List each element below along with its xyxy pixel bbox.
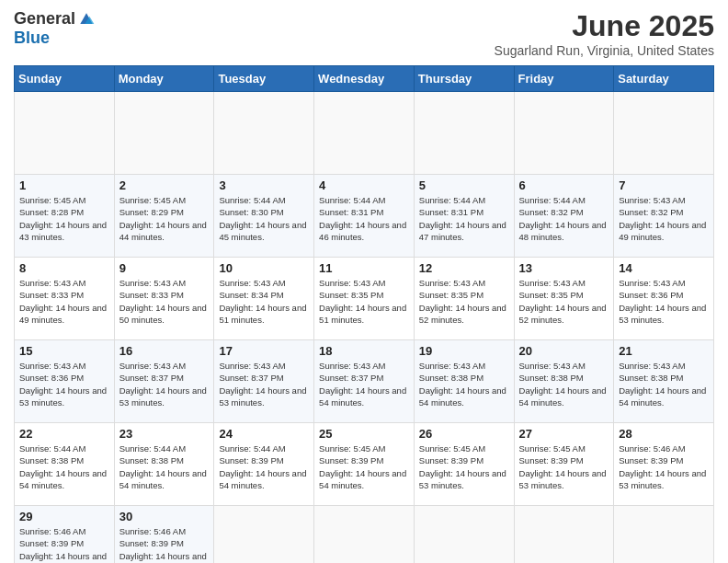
calendar-cell: 10 Sunrise: 5:43 AM Sunset: 8:34 PM Dayl… bbox=[214, 258, 314, 340]
calendar-cell bbox=[414, 506, 514, 564]
day-detail: Sunrise: 5:46 AM Sunset: 8:39 PM Dayligh… bbox=[19, 525, 109, 563]
day-number: 7 bbox=[619, 178, 709, 192]
calendar-cell: 3 Sunrise: 5:44 AM Sunset: 8:30 PM Dayli… bbox=[214, 175, 314, 258]
day-header-wednesday: Wednesday bbox=[314, 66, 415, 92]
day-number: 6 bbox=[519, 178, 609, 192]
title-area: June 2025 Sugarland Run, Virginia, Unite… bbox=[495, 9, 714, 58]
calendar-cell: 28 Sunrise: 5:46 AM Sunset: 8:39 PM Dayl… bbox=[614, 423, 714, 506]
day-detail: Sunrise: 5:43 AM Sunset: 8:34 PM Dayligh… bbox=[219, 277, 309, 326]
calendar-cell: 24 Sunrise: 5:44 AM Sunset: 8:39 PM Dayl… bbox=[214, 423, 314, 506]
calendar-cell: 22 Sunrise: 5:44 AM Sunset: 8:38 PM Dayl… bbox=[15, 423, 115, 506]
day-detail: Sunrise: 5:44 AM Sunset: 8:38 PM Dayligh… bbox=[19, 442, 109, 491]
day-detail: Sunrise: 5:44 AM Sunset: 8:30 PM Dayligh… bbox=[219, 194, 309, 243]
calendar-cell bbox=[114, 92, 214, 175]
calendar-cell bbox=[15, 92, 115, 175]
day-number: 3 bbox=[219, 178, 309, 192]
day-number: 24 bbox=[219, 427, 309, 441]
day-detail: Sunrise: 5:43 AM Sunset: 8:33 PM Dayligh… bbox=[119, 277, 210, 326]
day-number: 17 bbox=[219, 344, 309, 358]
day-number: 21 bbox=[619, 344, 709, 358]
day-detail: Sunrise: 5:43 AM Sunset: 8:37 PM Dayligh… bbox=[319, 360, 409, 408]
day-number: 16 bbox=[119, 344, 210, 358]
day-detail: Sunrise: 5:43 AM Sunset: 8:37 PM Dayligh… bbox=[119, 360, 210, 408]
calendar-cell: 18 Sunrise: 5:43 AM Sunset: 8:37 PM Dayl… bbox=[314, 340, 415, 423]
calendar-cell bbox=[414, 92, 514, 175]
day-detail: Sunrise: 5:45 AM Sunset: 8:39 PM Dayligh… bbox=[519, 442, 609, 491]
calendar-cell bbox=[514, 92, 614, 175]
day-detail: Sunrise: 5:43 AM Sunset: 8:35 PM Dayligh… bbox=[519, 277, 609, 326]
day-detail: Sunrise: 5:44 AM Sunset: 8:32 PM Dayligh… bbox=[519, 194, 609, 243]
day-detail: Sunrise: 5:45 AM Sunset: 8:39 PM Dayligh… bbox=[419, 442, 509, 491]
week-row-2: 8 Sunrise: 5:43 AM Sunset: 8:33 PM Dayli… bbox=[15, 258, 714, 340]
day-number: 25 bbox=[319, 427, 409, 441]
calendar-cell bbox=[514, 506, 614, 564]
day-number: 5 bbox=[419, 178, 509, 192]
calendar-cell: 30 Sunrise: 5:46 AM Sunset: 8:39 PM Dayl… bbox=[114, 506, 214, 564]
day-detail: Sunrise: 5:45 AM Sunset: 8:29 PM Dayligh… bbox=[119, 194, 210, 243]
day-number: 4 bbox=[319, 178, 409, 192]
day-number: 9 bbox=[119, 261, 210, 275]
calendar-table: SundayMondayTuesdayWednesdayThursdayFrid… bbox=[14, 65, 714, 563]
day-detail: Sunrise: 5:43 AM Sunset: 8:33 PM Dayligh… bbox=[19, 277, 109, 326]
calendar-cell: 19 Sunrise: 5:43 AM Sunset: 8:38 PM Dayl… bbox=[414, 340, 514, 423]
day-detail: Sunrise: 5:46 AM Sunset: 8:39 PM Dayligh… bbox=[619, 442, 709, 491]
day-detail: Sunrise: 5:44 AM Sunset: 8:39 PM Dayligh… bbox=[219, 442, 309, 491]
day-number: 26 bbox=[419, 427, 509, 441]
day-number: 19 bbox=[419, 344, 509, 358]
day-detail: Sunrise: 5:44 AM Sunset: 8:38 PM Dayligh… bbox=[119, 442, 210, 491]
day-detail: Sunrise: 5:43 AM Sunset: 8:38 PM Dayligh… bbox=[519, 360, 609, 408]
day-number: 29 bbox=[19, 510, 109, 523]
day-number: 10 bbox=[219, 261, 309, 275]
day-number: 13 bbox=[519, 261, 609, 275]
day-detail: Sunrise: 5:45 AM Sunset: 8:39 PM Dayligh… bbox=[319, 442, 409, 491]
calendar-cell: 27 Sunrise: 5:45 AM Sunset: 8:39 PM Dayl… bbox=[514, 423, 614, 506]
calendar-cell: 4 Sunrise: 5:44 AM Sunset: 8:31 PM Dayli… bbox=[314, 175, 415, 258]
calendar-cell: 11 Sunrise: 5:43 AM Sunset: 8:35 PM Dayl… bbox=[314, 258, 415, 340]
day-number: 22 bbox=[19, 427, 109, 441]
day-number: 30 bbox=[119, 510, 210, 523]
calendar-cell: 16 Sunrise: 5:43 AM Sunset: 8:37 PM Dayl… bbox=[114, 340, 214, 423]
calendar-cell: 13 Sunrise: 5:43 AM Sunset: 8:35 PM Dayl… bbox=[514, 258, 614, 340]
calendar-cell: 29 Sunrise: 5:46 AM Sunset: 8:39 PM Dayl… bbox=[15, 506, 115, 564]
calendar-cell bbox=[214, 92, 314, 175]
day-number: 27 bbox=[519, 427, 609, 441]
calendar-cell: 2 Sunrise: 5:45 AM Sunset: 8:29 PM Dayli… bbox=[114, 175, 214, 258]
day-detail: Sunrise: 5:43 AM Sunset: 8:37 PM Dayligh… bbox=[219, 360, 309, 408]
day-number: 18 bbox=[319, 344, 409, 358]
day-detail: Sunrise: 5:43 AM Sunset: 8:35 PM Dayligh… bbox=[319, 277, 409, 326]
day-number: 28 bbox=[619, 427, 709, 441]
day-number: 14 bbox=[619, 261, 709, 275]
calendar-cell: 5 Sunrise: 5:44 AM Sunset: 8:31 PM Dayli… bbox=[414, 175, 514, 258]
calendar-cell: 1 Sunrise: 5:45 AM Sunset: 8:28 PM Dayli… bbox=[15, 175, 115, 258]
week-row-5: 29 Sunrise: 5:46 AM Sunset: 8:39 PM Dayl… bbox=[15, 506, 714, 564]
day-header-monday: Monday bbox=[114, 66, 214, 92]
logo-blue-text: Blue bbox=[14, 29, 50, 48]
day-detail: Sunrise: 5:43 AM Sunset: 8:38 PM Dayligh… bbox=[419, 360, 509, 408]
calendar-cell: 8 Sunrise: 5:43 AM Sunset: 8:33 PM Dayli… bbox=[15, 258, 115, 340]
calendar-cell: 17 Sunrise: 5:43 AM Sunset: 8:37 PM Dayl… bbox=[214, 340, 314, 423]
day-number: 15 bbox=[19, 344, 109, 358]
week-row-0 bbox=[15, 92, 714, 175]
day-detail: Sunrise: 5:43 AM Sunset: 8:36 PM Dayligh… bbox=[19, 360, 109, 408]
calendar-cell bbox=[314, 92, 415, 175]
calendar-cell: 26 Sunrise: 5:45 AM Sunset: 8:39 PM Dayl… bbox=[414, 423, 514, 506]
header: General Blue June 2025 Sugarland Run, Vi… bbox=[14, 9, 714, 58]
day-number: 20 bbox=[519, 344, 609, 358]
calendar-cell: 9 Sunrise: 5:43 AM Sunset: 8:33 PM Dayli… bbox=[114, 258, 214, 340]
day-number: 12 bbox=[419, 261, 509, 275]
day-detail: Sunrise: 5:44 AM Sunset: 8:31 PM Dayligh… bbox=[319, 194, 409, 243]
calendar-cell: 20 Sunrise: 5:43 AM Sunset: 8:38 PM Dayl… bbox=[514, 340, 614, 423]
calendar-cell: 23 Sunrise: 5:44 AM Sunset: 8:38 PM Dayl… bbox=[114, 423, 214, 506]
calendar-cell bbox=[614, 506, 714, 564]
day-header-friday: Friday bbox=[514, 66, 614, 92]
day-detail: Sunrise: 5:43 AM Sunset: 8:36 PM Dayligh… bbox=[619, 277, 709, 326]
logo-general-text: General bbox=[14, 9, 75, 29]
calendar-cell: 6 Sunrise: 5:44 AM Sunset: 8:32 PM Dayli… bbox=[514, 175, 614, 258]
calendar-cell: 21 Sunrise: 5:43 AM Sunset: 8:38 PM Dayl… bbox=[614, 340, 714, 423]
calendar-cell: 12 Sunrise: 5:43 AM Sunset: 8:35 PM Dayl… bbox=[414, 258, 514, 340]
week-row-1: 1 Sunrise: 5:45 AM Sunset: 8:28 PM Dayli… bbox=[15, 175, 714, 258]
day-number: 2 bbox=[119, 178, 210, 192]
day-header-saturday: Saturday bbox=[614, 66, 714, 92]
calendar-header-row: SundayMondayTuesdayWednesdayThursdayFrid… bbox=[15, 66, 714, 92]
day-detail: Sunrise: 5:46 AM Sunset: 8:39 PM Dayligh… bbox=[119, 525, 210, 563]
